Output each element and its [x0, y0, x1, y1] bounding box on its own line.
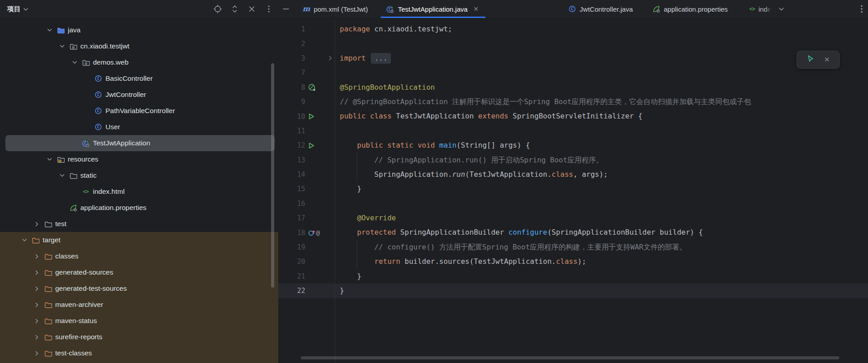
tree-item-static[interactable]: static: [5, 167, 275, 184]
code-line-3[interactable]: import ...: [340, 51, 751, 66]
tree-item-pathvariablecontroller[interactable]: C PathVariableController: [5, 103, 275, 119]
tree-item-demos-web[interactable]: demos.web: [5, 54, 275, 70]
tree-item-classes[interactable]: classes: [5, 248, 275, 264]
code-line-11[interactable]: [340, 124, 751, 138]
collapse-all-icon[interactable]: [245, 2, 259, 16]
tree-item-surefire-reports[interactable]: surefire-reports: [5, 329, 275, 345]
gutter-line-14: 14: [278, 167, 335, 182]
tree-item-label: generated-sources: [55, 268, 113, 276]
chevron-down-icon[interactable]: [57, 43, 67, 50]
close-tab-icon[interactable]: ✕: [472, 5, 480, 13]
code-line-18[interactable]: protected SpringApplicationBuilder confi…: [340, 225, 751, 240]
gutter-line-21: 21: [278, 269, 335, 284]
code-line-15[interactable]: }: [340, 182, 751, 196]
chevron-down-icon[interactable]: [44, 26, 55, 34]
code-line-16[interactable]: [340, 197, 751, 211]
tab-application-properties[interactable]: application.properties: [646, 0, 734, 18]
code-area[interactable]: package cn.xiaodi.testjwt;import ...@Spr…: [340, 22, 751, 298]
close-icon[interactable]: ✕: [824, 56, 830, 64]
code-line-10[interactable]: public class TestJwtApplication extends …: [340, 109, 751, 123]
gutter-line-10: 10: [278, 109, 335, 123]
tab-pom-xml-testjwt[interactable]: m pom.xml (TestJwt): [296, 0, 374, 18]
line-number: 19: [278, 243, 305, 251]
tree-item-basiccontroller[interactable]: C BasicController: [5, 70, 275, 87]
override-gutter-icon[interactable]: [308, 229, 316, 236]
code-line-8[interactable]: @SpringBootApplication: [340, 80, 751, 95]
code-line-22[interactable]: }: [340, 284, 751, 298]
project-panel-title[interactable]: 项目: [7, 0, 28, 18]
tree-item-generated-test-sources[interactable]: generated-test-sources: [5, 280, 275, 297]
code-line-1[interactable]: package cn.xiaodi.testjwt;: [340, 22, 751, 36]
code-line-20[interactable]: return builder.sources(TestJwtApplicatio…: [340, 254, 751, 269]
chevron-right-icon[interactable]: [31, 301, 42, 308]
package-icon: [67, 42, 79, 51]
chevron-right-icon[interactable]: [31, 350, 42, 357]
code-line-7[interactable]: [340, 66, 751, 80]
hide-panel-icon[interactable]: [279, 2, 293, 16]
tree-item-target[interactable]: target: [5, 232, 275, 248]
svg-text:C: C: [84, 141, 86, 146]
project-tree-scrollbar[interactable]: [271, 63, 274, 288]
tree-item-jwtcontroller[interactable]: C JwtController: [5, 87, 275, 103]
floating-tool-icon[interactable]: [807, 55, 815, 65]
chevron-down-icon[interactable]: [69, 59, 80, 66]
chevron-right-icon[interactable]: [31, 269, 42, 276]
tree-item-java[interactable]: java: [5, 22, 275, 38]
code-line-13[interactable]: // SpringApplication.run() 用于启动Spring Bo…: [340, 153, 751, 167]
code-line-12[interactable]: public static void main(String[] args) {: [340, 138, 751, 153]
code-line-2[interactable]: [340, 36, 751, 51]
panel-options-icon[interactable]: [262, 2, 276, 16]
project-tool-window: java cn.xiaodi.testjwt demos.web C Basic…: [0, 18, 278, 363]
tree-item-test-classes[interactable]: test-classes: [5, 345, 275, 361]
tree-item-generated-sources[interactable]: generated-sources: [5, 264, 275, 280]
expand-all-icon[interactable]: [228, 2, 241, 16]
chevron-right-icon[interactable]: [31, 253, 42, 260]
tree-item-resources[interactable]: resources: [5, 151, 275, 167]
tree-item-testjwtapplication[interactable]: C TestJwtApplication: [5, 135, 275, 151]
tree-item-label: index.html: [93, 188, 125, 196]
code-line-21[interactable]: }: [340, 269, 751, 284]
gutter-line-13: 13: [278, 153, 335, 167]
code-editor[interactable]: 1 2 3 7 8 9 10 11 12: [278, 18, 868, 363]
tab-label: pom.xml (TestJwt): [314, 5, 368, 13]
gutter-line-16: 16: [278, 197, 335, 211]
tree-item-index-html[interactable]: <> index.html: [5, 184, 275, 200]
chevron-right-icon[interactable]: [31, 220, 42, 227]
chevron-right-icon[interactable]: [31, 285, 42, 292]
tab-inde[interactable]: <> inde: [743, 0, 778, 18]
chevron-spacer: [57, 204, 67, 211]
code-line-9[interactable]: // @SpringBootApplication 注解用于标识这是一个Spri…: [340, 95, 751, 109]
chevron-right-icon[interactable]: [31, 317, 42, 324]
code-line-17[interactable]: @Override: [340, 211, 751, 225]
run-gutter-icon[interactable]: [308, 113, 315, 120]
tab-testjwtapplication-java[interactable]: C TestJwtApplication.java ✕: [380, 0, 487, 18]
code-line-19[interactable]: // configure() 方法用于配置Spring Boot应用程序的构建，…: [340, 240, 751, 254]
tree-item-cn-xiaodi-testjwt[interactable]: cn.xiaodi.testjwt: [5, 38, 275, 54]
run-gutter-icon[interactable]: [308, 142, 315, 149]
tree-item-user[interactable]: C User: [5, 119, 275, 135]
chevron-down-icon[interactable]: [19, 236, 30, 244]
code-line-14[interactable]: SpringApplication.run(TestJwtApplication…: [340, 167, 751, 182]
line-number: 14: [278, 171, 305, 179]
editor-horizontal-scrollbar[interactable]: [301, 356, 839, 359]
at-gutter-icon[interactable]: @: [316, 229, 320, 236]
bean-gutter-icon[interactable]: [308, 83, 316, 91]
tree-item-application-properties[interactable]: application.properties: [5, 200, 275, 216]
chevron-right-icon[interactable]: [31, 333, 42, 341]
tab-more-options-icon[interactable]: [856, 0, 867, 18]
tree-item-test[interactable]: test: [5, 216, 275, 232]
chevron-down-icon[interactable]: [44, 156, 55, 163]
tree-item-label: JwtController: [105, 91, 146, 99]
top-bar: 项目 m pom.xml (TestJwt) C TestJwtApplicat…: [0, 0, 868, 18]
tree-item-maven-archiver[interactable]: maven-archiver: [5, 297, 275, 313]
chevron-down-icon[interactable]: [57, 172, 67, 179]
locate-file-icon[interactable]: [211, 2, 224, 16]
tree-item-label: test: [55, 220, 66, 228]
tree-item-label: maven-archiver: [55, 301, 103, 309]
chevron-spacer: [82, 123, 92, 131]
tree-item-maven-status[interactable]: maven-status: [5, 313, 275, 329]
folded-imports[interactable]: ...: [371, 53, 391, 64]
fold-marker-icon[interactable]: [327, 56, 334, 61]
tab-jwtcontroller-java[interactable]: C JwtController.java: [562, 0, 639, 18]
tab-overflow-chevron-icon[interactable]: [775, 0, 788, 18]
